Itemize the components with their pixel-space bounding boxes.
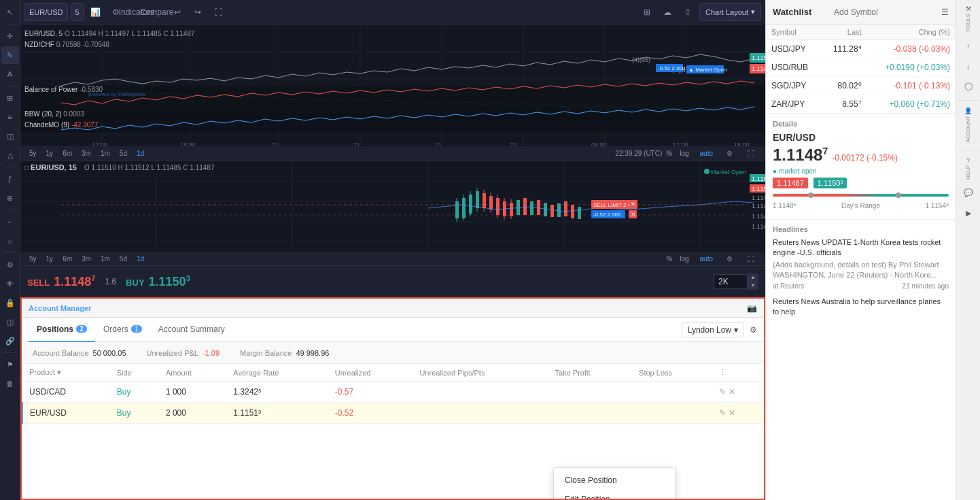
tab-orders[interactable]: Orders 1: [95, 318, 150, 342]
add-symbol-input[interactable]: [834, 7, 936, 17]
toolbar-text[interactable]: A: [1, 65, 19, 83]
toolbar-arrow-tool[interactable]: ↖: [1, 3, 19, 21]
separator: [3, 24, 17, 24]
headline-text-2[interactable]: Reuters News Australia to help surveilla…: [773, 297, 949, 318]
list-item: ZAR/JPY 8.55⁷ +0.060 (+0.71%): [766, 95, 956, 114]
toolbar-magnet[interactable]: ⌂: [1, 232, 19, 250]
chart-fullscreen-top[interactable]: ⛶: [742, 144, 760, 161]
redo-btn[interactable]: ↪: [189, 3, 207, 21]
amount-decrease-btn[interactable]: ▼: [748, 282, 758, 290]
tf-5y-b[interactable]: 5y: [26, 254, 40, 263]
settings-circle-btn[interactable]: ◯: [959, 77, 978, 96]
help-btn[interactable]: ? HELP: [959, 154, 978, 182]
toolbar-zoom[interactable]: ⊕: [1, 189, 19, 207]
tf-1d[interactable]: 1d: [133, 149, 147, 158]
chart-top[interactable]: 12:00 18:00 21 21 21 22 06:00 12:00 18:0…: [20, 24, 765, 161]
tf-1d-b[interactable]: 1d: [133, 254, 147, 263]
chart-fullscreen-bottom[interactable]: ⛶: [742, 250, 760, 266]
tab-positions[interactable]: Positions 2: [29, 318, 95, 342]
upload-icon-btn[interactable]: ↑: [959, 36, 978, 55]
auto-btn-bottom[interactable]: auto: [697, 254, 716, 263]
cloud-upload-btn[interactable]: ☁: [659, 3, 676, 21]
toolbar-settings[interactable]: ⚙: [1, 256, 19, 273]
edit-btn-2[interactable]: ✎: [719, 408, 726, 418]
undo-btn[interactable]: ↩: [169, 3, 186, 21]
account-icon-btn[interactable]: 👤 ACCOUNT: [959, 105, 978, 146]
account-manager: Account Manager 📷 Positions 2 Orders 1 A…: [20, 297, 765, 500]
cloud-download-btn[interactable]: ⇧: [679, 3, 697, 21]
toolbar-layers[interactable]: ◫: [1, 313, 19, 331]
tf-5y[interactable]: 5y: [26, 149, 40, 158]
toolbar-lines[interactable]: ≡: [1, 108, 19, 126]
charts-container: 12:00 18:00 21 21 21 22 06:00 12:00 18:0…: [20, 24, 765, 500]
tf-3m-b[interactable]: 3m: [78, 254, 94, 263]
tools-btn[interactable]: ⚒ TOOLS: [959, 3, 978, 35]
chart-type-btn[interactable]: 📊: [87, 3, 105, 21]
toolbar-measure[interactable]: ◫: [1, 127, 19, 145]
toolbar-lock[interactable]: 🔒: [1, 294, 19, 312]
chart-settings-top[interactable]: ⚙: [720, 144, 738, 161]
wl-symbol-2[interactable]: USD/RUB: [766, 59, 821, 77]
edit-position-label: Edit Position...: [565, 495, 617, 499]
details-symbol: EUR/USD: [773, 132, 949, 143]
tf-1y[interactable]: 1y: [43, 149, 57, 158]
chart-settings-bottom[interactable]: ⚙: [720, 250, 738, 266]
close-btn-2[interactable]: ✕: [729, 408, 735, 418]
play-icon-btn[interactable]: ▶: [959, 203, 978, 222]
chat-icon-btn[interactable]: 💬: [959, 183, 978, 202]
tf-6m[interactable]: 6m: [59, 149, 75, 158]
svg-point-97: [704, 169, 710, 174]
fullscreen-btn[interactable]: ⛶: [209, 3, 227, 21]
tab-account-summary[interactable]: Account Summary: [150, 318, 233, 342]
close-btn-1[interactable]: ✕: [729, 387, 735, 397]
compare-btn[interactable]: Compare: [148, 3, 166, 21]
symbol-selector[interactable]: EUR/USD: [24, 3, 68, 21]
toolbar-flag[interactable]: ⚑: [1, 356, 19, 373]
toolbar-link[interactable]: 🔗: [1, 332, 19, 350]
svg-text:1.11567: 1.11567: [752, 176, 765, 182]
tf-bar-top: 5y 1y 6m 3m 1m 5d 1d 22:39:29 (UTC) % lo…: [20, 146, 765, 160]
tf-5d[interactable]: 5d: [116, 149, 130, 158]
wl-symbol-1[interactable]: USD/JPY: [766, 40, 821, 59]
col-product[interactable]: Product ▾: [22, 364, 110, 382]
tf-6m-b[interactable]: 6m: [59, 254, 75, 263]
wl-symbol-4[interactable]: ZAR/JPY: [766, 95, 821, 114]
toolbar-trash[interactable]: 🗑: [1, 375, 19, 393]
toolbar-crosshair[interactable]: ✛: [1, 27, 19, 45]
tf-1m[interactable]: 1m: [97, 149, 113, 158]
log-btn-top[interactable]: log: [676, 149, 692, 158]
bid-ask-row: 1.11487 1.1150³: [773, 178, 949, 188]
headline-source-1: at Reuters 21 minutes ago: [773, 282, 949, 290]
menu-close-position[interactable]: Close Position: [554, 471, 675, 490]
account-user-select[interactable]: Lyndon Low ▾: [682, 322, 744, 337]
watchlist-menu-icon[interactable]: ☰: [941, 7, 949, 17]
toolbar-shapes[interactable]: △: [1, 146, 19, 164]
chart-bottom[interactable]: SELL LIMIT 2 000 -0.52 2 000 ✕ ✕ 15:00 1…: [20, 161, 765, 266]
amount-increase-btn[interactable]: ▲: [748, 273, 758, 282]
toolbar-eye[interactable]: 👁: [1, 275, 19, 293]
toolbar-back[interactable]: ←: [1, 213, 19, 231]
layout-grid-btn[interactable]: ⊞: [638, 3, 656, 21]
account-settings-icon[interactable]: ⚙: [750, 325, 757, 335]
tf-3m[interactable]: 3m: [78, 149, 94, 158]
amount-input[interactable]: [714, 274, 748, 289]
interval-selector[interactable]: 5: [71, 3, 84, 21]
log-btn-bottom[interactable]: log: [676, 254, 692, 263]
chart-layout-button[interactable]: Chart Layout ▾: [699, 3, 761, 21]
tf-5d-b[interactable]: 5d: [116, 254, 130, 263]
headline-text-1[interactable]: Reuters News UPDATE 1-North Korea tests …: [773, 237, 949, 259]
camera-icon[interactable]: 📷: [747, 303, 757, 313]
toolbar-pencil[interactable]: ✎: [1, 46, 19, 64]
wl-change-1: -0.038 (-0.03%): [867, 40, 956, 59]
menu-edit-position[interactable]: Edit Position...: [554, 490, 675, 499]
tf-1m-b[interactable]: 1m: [97, 254, 113, 263]
toolbar-fib[interactable]: ƒ: [1, 170, 19, 188]
toolbar-grid[interactable]: ⊞: [1, 89, 19, 107]
edit-btn-1[interactable]: ✎: [719, 387, 726, 397]
col-unrealized-pips: Unrealized Pips/Pts: [413, 364, 548, 382]
wl-symbol-3[interactable]: SGD/JPY: [766, 77, 821, 95]
auto-btn-top[interactable]: auto: [697, 149, 716, 158]
download-icon-btn[interactable]: ↓: [959, 56, 978, 76]
tf-1y-b[interactable]: 1y: [43, 254, 57, 263]
svg-text:Market Open: Market Open: [711, 169, 746, 176]
